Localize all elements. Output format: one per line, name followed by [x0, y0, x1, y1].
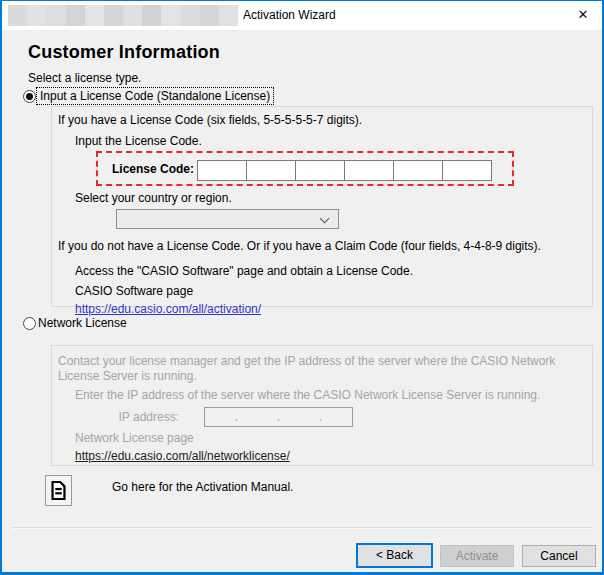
access-casio-text: Access the "CASIO Software" page and obt… [75, 264, 413, 278]
casio-software-page-label: CASIO Software page [75, 284, 193, 298]
ip-address-input[interactable]: . . . [204, 407, 353, 427]
standalone-license-radio[interactable] [23, 90, 36, 103]
ip-dot-separator: . [226, 410, 247, 424]
license-code-field-6[interactable] [442, 160, 492, 181]
license-code-label: License Code: [112, 162, 194, 176]
ip-dot-separator: . [310, 410, 331, 424]
input-license-code-prompt: Input the License Code. [75, 134, 202, 148]
close-icon[interactable]: ✕ [566, 0, 600, 30]
license-code-highlight-box: License Code: [96, 151, 514, 186]
license-code-field-5[interactable] [393, 160, 443, 181]
license-code-field-1[interactable] [197, 160, 247, 181]
standalone-license-radio-label[interactable]: Input a License Code (Standalone License… [37, 88, 273, 104]
network-contact-text: Contact your license manager and get the… [58, 354, 584, 384]
window-title: Activation Wizard [243, 0, 336, 30]
activation-wizard-dialog: Activation Wizard ✕ Customer Information… [0, 0, 604, 575]
standalone-license-group: If you have a License Code (six fields, … [51, 106, 593, 307]
ip-address-label: IP address: [92, 410, 179, 424]
network-license-radio-label[interactable]: Network License [38, 316, 127, 330]
title-bar: Activation Wizard ✕ [0, 0, 604, 30]
activate-button[interactable]: Activate [440, 545, 514, 567]
cancel-button[interactable]: Cancel [522, 545, 596, 567]
country-dropdown[interactable] [116, 209, 339, 229]
network-license-group: Contact your license manager and get the… [51, 345, 593, 466]
license-code-field-3[interactable] [295, 160, 345, 181]
country-prompt: Select your country or region. [75, 191, 232, 205]
no-license-code-text: If you do not have a License Code. Or if… [58, 239, 541, 253]
network-license-radio[interactable] [23, 317, 36, 330]
activation-manual-text: Go here for the Activation Manual. [112, 480, 293, 494]
license-code-field-4[interactable] [344, 160, 394, 181]
footer-separator [12, 527, 592, 529]
ip-dot-separator: . [268, 410, 289, 424]
redacted-title-area [8, 5, 238, 26]
license-type-prompt: Select a license type. [28, 71, 141, 85]
network-license-page-label: Network License page [75, 431, 194, 445]
network-enter-ip-text: Enter the IP address of the server where… [75, 388, 540, 402]
back-button[interactable]: < Back [356, 543, 433, 568]
document-icon [50, 480, 67, 501]
license-code-field-2[interactable] [246, 160, 296, 181]
page-title: Customer Information [28, 42, 220, 63]
license-code-intro: If you have a License Code (six fields, … [58, 113, 362, 127]
chevron-down-icon [320, 214, 330, 224]
network-license-link[interactable]: https://edu.casio.com/all/networklicense… [75, 449, 290, 463]
license-code-inputs [197, 160, 492, 181]
activation-manual-button[interactable] [45, 475, 72, 506]
activation-link[interactable]: https://edu.casio.com/all/activation/ [75, 302, 261, 316]
